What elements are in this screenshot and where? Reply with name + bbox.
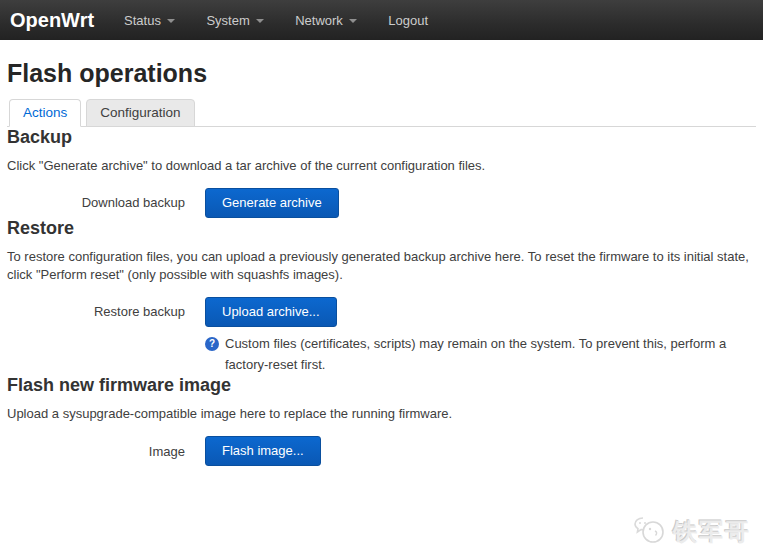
restore-backup-label: Restore backup bbox=[7, 304, 185, 319]
nav-item-label: Network bbox=[295, 13, 343, 28]
watermark-text: 铁军哥 bbox=[673, 516, 751, 548]
help-question-icon: ? bbox=[205, 337, 219, 351]
page-content: Flash operations Actions Configuration B… bbox=[0, 59, 763, 466]
tab-actions[interactable]: Actions bbox=[9, 99, 81, 127]
backup-section: Backup Click "Generate archive" to downl… bbox=[7, 127, 756, 218]
flash-description: Upload a sysupgrade-compatible image her… bbox=[7, 405, 756, 423]
nav-item-network[interactable]: Network bbox=[295, 13, 357, 28]
chevron-down-icon bbox=[256, 19, 264, 23]
image-label: Image bbox=[7, 444, 185, 459]
flash-heading: Flash new firmware image bbox=[7, 375, 756, 396]
flash-image-button[interactable]: Flash image... bbox=[205, 436, 321, 466]
restore-heading: Restore bbox=[7, 218, 756, 239]
brand-openwrt[interactable]: OpenWrt bbox=[10, 9, 94, 32]
flash-section: Flash new firmware image Upload a sysupg… bbox=[7, 375, 756, 466]
tab-bar: Actions Configuration bbox=[7, 99, 756, 127]
backup-heading: Backup bbox=[7, 127, 756, 148]
restore-field-row: Restore backup Upload archive... bbox=[7, 297, 756, 327]
page-title: Flash operations bbox=[7, 59, 756, 88]
generate-archive-button[interactable]: Generate archive bbox=[205, 188, 339, 218]
backup-field-row: Download backup Generate archive bbox=[7, 188, 756, 218]
nav-item-logout[interactable]: Logout bbox=[388, 13, 428, 28]
download-backup-label: Download backup bbox=[7, 195, 185, 210]
top-nav: OpenWrt Status System Network Logout bbox=[0, 0, 763, 40]
nav-item-label: System bbox=[206, 13, 249, 28]
main-menu: Status System Network Logout bbox=[124, 11, 455, 29]
watermark: 铁军哥 bbox=[633, 515, 751, 549]
nav-item-status[interactable]: Status bbox=[124, 13, 175, 28]
watermark-logo-icon bbox=[633, 515, 667, 549]
chevron-down-icon bbox=[349, 19, 357, 23]
tab-configuration[interactable]: Configuration bbox=[86, 99, 194, 127]
restore-help-text: Custom files (certificates, scripts) may… bbox=[225, 334, 751, 376]
restore-description: To restore configuration files, you can … bbox=[7, 248, 756, 284]
flash-field-row: Image Flash image... bbox=[7, 436, 756, 466]
nav-item-system[interactable]: System bbox=[206, 13, 263, 28]
restore-help-note: ? Custom files (certificates, scripts) m… bbox=[205, 334, 751, 376]
nav-item-label: Logout bbox=[388, 13, 428, 28]
nav-item-label: Status bbox=[124, 13, 161, 28]
upload-archive-button[interactable]: Upload archive... bbox=[205, 297, 337, 327]
chevron-down-icon bbox=[167, 19, 175, 23]
restore-section: Restore To restore configuration files, … bbox=[7, 218, 756, 375]
backup-description: Click "Generate archive" to download a t… bbox=[7, 157, 756, 175]
